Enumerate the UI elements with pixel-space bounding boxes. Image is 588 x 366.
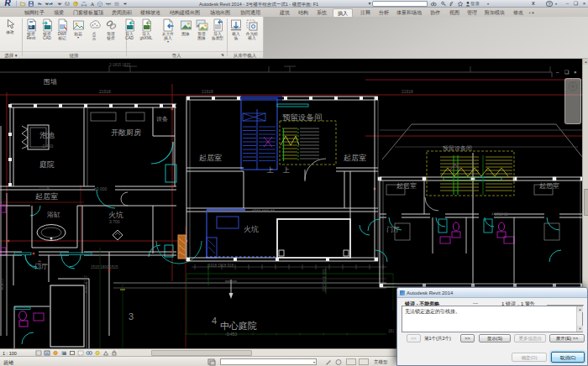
ribbon-tab-15[interactable]: 体量和场地: [394, 8, 424, 17]
dialog-scroll-up-icon[interactable]: ▲: [577, 306, 583, 312]
ribbon-button-import-cad[interactable]: 导入CAD: [120, 18, 139, 40]
combo-arrow-icon[interactable]: ▾: [313, 360, 315, 364]
ribbon-tab-2[interactable]: 墙梁: [51, 8, 66, 17]
print-icon[interactable]: [64, 1, 71, 7]
section-icon[interactable]: [105, 1, 112, 7]
redo-icon[interactable]: [48, 1, 55, 7]
editing-requests-icon[interactable]: [324, 358, 333, 366]
ribbon-tab-19[interactable]: 附加模块: [483, 8, 507, 17]
dropdown-arrow-icon[interactable]: ▾: [159, 40, 177, 43]
design-options-icon[interactable]: [334, 358, 343, 366]
ok-button[interactable]: 确定(O): [512, 353, 547, 362]
close-button[interactable]: ×: [580, 1, 588, 7]
show-button[interactable]: 显示(S): [479, 334, 511, 342]
ribbon-tab-8[interactable]: 协同通用: [238, 8, 263, 17]
toggle-button-2[interactable]: [359, 358, 369, 365]
ribbon-button-load-as-group[interactable]: 作为组载入: [243, 18, 261, 40]
subscription-center-icon[interactable]: [440, 1, 447, 7]
sun-path-icon[interactable]: [52, 350, 59, 356]
view-close-icon[interactable]: ×: [574, 70, 577, 75]
temporary-hide-icon[interactable]: [86, 350, 92, 356]
ribbon-panel-label-2[interactable]: 链接: [22, 52, 126, 59]
constraints-icon[interactable]: [111, 350, 118, 356]
ribbon-panel-label-3[interactable]: 导入: [126, 52, 227, 59]
signin-dropdown-icon[interactable]: ▾: [487, 1, 489, 7]
ribbon-tab-18[interactable]: 管理: [465, 8, 480, 17]
help-dropdown-icon[interactable]: ▾: [555, 1, 557, 7]
aligned-dimension-icon[interactable]: [81, 1, 87, 7]
vertical-scroll-thumb[interactable]: [584, 189, 588, 216]
favorites-star-icon[interactable]: [457, 1, 464, 7]
save-icon[interactable]: [28, 1, 34, 7]
dialog-scrollbar[interactable]: ▲ ▼: [576, 306, 582, 332]
scroll-up-arrow[interactable]: ▲: [583, 59, 588, 65]
exchange-apps-icon[interactable]: X: [532, 1, 535, 7]
show-crop-icon[interactable]: [77, 350, 84, 356]
ribbon-tab-6[interactable]: 结构建模出图: [167, 8, 202, 17]
restore-button[interactable]: ❏: [572, 1, 580, 7]
ribbon-button-insert-from-file[interactable]: 从文件插入▾: [159, 18, 177, 43]
ribbon-tab-20[interactable]: 修改: [511, 8, 526, 17]
undo-icon[interactable]: [36, 1, 43, 7]
crop-view-icon[interactable]: [69, 350, 76, 356]
ribbon-tab-9[interactable]: 建筑: [277, 8, 292, 17]
ribbon-button-modify-cursor[interactable]: 修改: [1, 18, 19, 34]
workset-dropdown[interactable]: ▾: [220, 358, 317, 365]
ribbon-button-import-family-types[interactable]: 导入族类型: [208, 18, 227, 40]
help-icon[interactable]: ?: [546, 1, 553, 7]
analytical-model-icon[interactable]: [102, 350, 109, 356]
ribbon-tab-5[interactable]: 楼梯坡道: [139, 8, 162, 17]
minimize-button[interactable]: –: [564, 1, 571, 7]
ribbon-tab-14[interactable]: 分析: [376, 8, 391, 17]
cancel-button[interactable]: 取消(C): [551, 352, 585, 363]
redo-dropdown-icon[interactable]: [56, 1, 63, 7]
dialog-title-bar[interactable]: Autodesk Revit 2014: [397, 288, 587, 298]
ribbon-display-toggle-icon[interactable]: ▪ ▾: [529, 9, 534, 16]
communication-center-icon[interactable]: [449, 1, 455, 7]
shadows-icon[interactable]: [60, 350, 67, 356]
active-design-option[interactable]: 主模型: [374, 359, 388, 365]
dialog-launcher-icon[interactable]: ◥: [221, 53, 223, 57]
ribbon-tab-1[interactable]: 轴网柱子: [23, 8, 46, 17]
view-scale[interactable]: 1 : 100: [3, 351, 17, 356]
more-info-button[interactable]: 更多信息(I): [514, 334, 546, 342]
ribbon-tab-16[interactable]: 协作: [428, 8, 443, 17]
thin-lines-icon[interactable]: [113, 1, 120, 7]
ribbon-button-import-gbxml[interactable]: 导入gbXML: [137, 18, 155, 40]
ribbon-tab-17[interactable]: 视图: [447, 8, 462, 17]
ribbon-tab-7[interactable]: 场地出图: [207, 8, 233, 17]
dialog-scroll-down-icon[interactable]: ▼: [577, 326, 583, 332]
detail-level-icon[interactable]: [35, 350, 42, 356]
ribbon-button-manage-links[interactable]: 管理链接: [102, 18, 120, 40]
infocenter-search[interactable]: [372, 1, 428, 7]
next-error-button[interactable]: >>: [460, 334, 475, 342]
default-3d-view-icon[interactable]: [97, 1, 103, 7]
ribbon-tab-13[interactable]: 注释: [358, 8, 373, 17]
open-icon[interactable]: [19, 1, 26, 7]
text-icon[interactable]: A: [89, 1, 96, 7]
previous-error-button[interactable]: <<: [407, 334, 421, 342]
visual-style-icon[interactable]: [44, 350, 50, 356]
view-restore-icon[interactable]: ❏: [564, 70, 569, 75]
reveal-hidden-icon[interactable]: [94, 350, 101, 356]
qat-customize-icon[interactable]: [122, 1, 129, 7]
expand-button[interactable]: 展开(E) >>: [549, 334, 585, 342]
ribbon-button-point-cloud[interactable]: 点云: [85, 18, 103, 40]
view-minimize-icon[interactable]: ‒: [556, 70, 559, 75]
signin-label[interactable]: 登录: [470, 1, 480, 7]
ribbon-tab-12[interactable]: 插入: [333, 8, 353, 17]
navigation-bar[interactable]: [564, 78, 581, 124]
ribbon-panel-label-4[interactable]: 从库中载入: [227, 52, 263, 59]
horizontal-scroll-thumb[interactable]: [151, 350, 252, 356]
revit-logo[interactable]: R: [2, 0, 13, 8]
workset-icon[interactable]: [207, 358, 216, 366]
ribbon-tab-11[interactable]: 系统: [314, 8, 329, 17]
dialog-message-list[interactable]: 无法锁定选定的引线接。 ▲ ▼: [402, 306, 583, 332]
ribbon-tab-10[interactable]: 结构: [296, 8, 311, 17]
measure-icon[interactable]: [72, 1, 79, 7]
ribbon-panel-label-1[interactable]: 选择 ▾: [0, 52, 22, 59]
toggle-button-1[interactable]: [346, 358, 356, 365]
ribbon-tab-4[interactable]: 房间面积: [110, 8, 134, 17]
search-binoculars-icon[interactable]: [430, 1, 437, 7]
ribbon-tab-3[interactable]: 门窗楼板屋顶: [70, 8, 107, 17]
